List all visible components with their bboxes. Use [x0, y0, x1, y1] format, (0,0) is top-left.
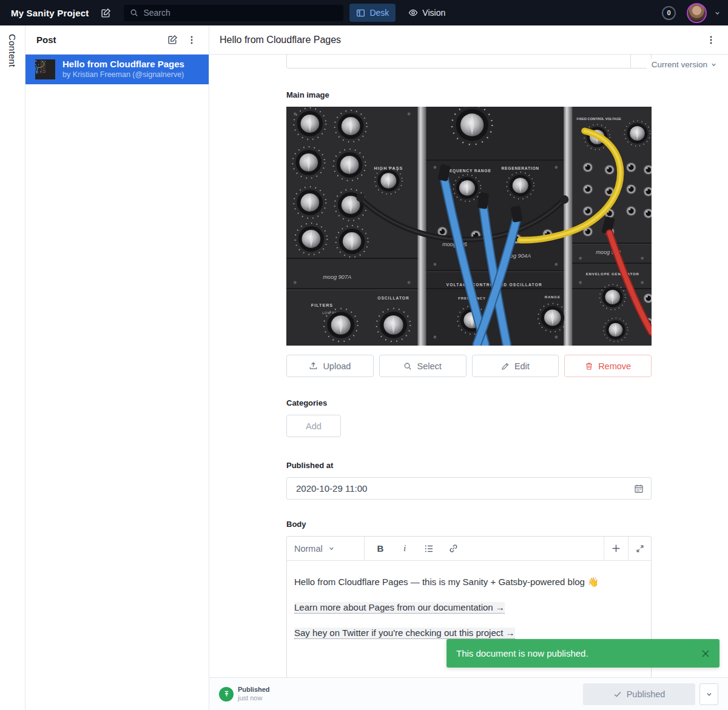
publish-toast: This document is now published.: [447, 639, 720, 668]
upload-button[interactable]: Upload: [286, 355, 374, 377]
document-scroll-area: Current version Main image: [209, 55, 728, 677]
desk-icon: [356, 8, 365, 18]
search-icon: [130, 8, 138, 17]
pencil-icon: [501, 362, 510, 370]
bullet-list-button[interactable]: [417, 537, 441, 560]
chevron-down-icon: [328, 545, 357, 552]
text-style-value: Normal: [294, 544, 323, 554]
tab-desk[interactable]: Desk: [349, 4, 396, 22]
avatar[interactable]: [687, 3, 707, 23]
main-image-label: Main image: [286, 90, 652, 99]
compose-button[interactable]: [97, 4, 114, 21]
edit-button-label: Edit: [514, 361, 530, 371]
main-image-preview: [286, 107, 652, 346]
version-label: Current version: [652, 60, 707, 69]
expand-icon: [636, 544, 644, 553]
version-selector[interactable]: Current version: [647, 59, 718, 70]
chevron-down-icon: [710, 61, 717, 68]
calendar-icon[interactable]: [634, 484, 644, 494]
tab-vision-label: Vision: [422, 8, 445, 18]
kebab-menu-icon: [187, 35, 197, 45]
published-at-label: Published at: [286, 461, 652, 470]
toast-message: This document is now published.: [456, 648, 700, 658]
document-header: Hello from Cloudflare Pages: [209, 25, 728, 55]
post-thumbnail: [35, 59, 55, 79]
bold-button[interactable]: B: [368, 537, 393, 560]
tab-vision[interactable]: Vision: [402, 4, 452, 22]
publish-status: Published just now: [219, 686, 270, 703]
italic-button[interactable]: i: [393, 537, 417, 560]
categories-label: Categories: [286, 398, 652, 407]
compose-icon: [101, 8, 111, 18]
select-button-label: Select: [417, 361, 441, 371]
trash-icon: [585, 362, 593, 370]
insert-block-button[interactable]: [604, 537, 628, 560]
publish-button[interactable]: Published: [583, 683, 695, 705]
search-icon: [403, 362, 412, 370]
eye-icon: [408, 8, 418, 18]
search-bar[interactable]: [124, 5, 343, 21]
check-icon: [613, 690, 622, 698]
new-document-button[interactable]: [163, 30, 182, 50]
add-category-button[interactable]: Add: [286, 415, 341, 437]
post-list-pane: Post: [25, 25, 209, 710]
published-status-icon: [219, 687, 234, 702]
tab-desk-label: Desk: [369, 8, 389, 18]
content-rail-label[interactable]: Content: [7, 34, 18, 710]
project-title: My Sanity Project: [11, 8, 89, 18]
upload-button-label: Upload: [323, 361, 351, 371]
editor-toolbar: Normal B i: [287, 537, 651, 561]
post-list-header: Post: [25, 25, 209, 55]
published-at-field: [286, 477, 652, 500]
post-list-title: Post: [36, 35, 163, 45]
top-bar: My Sanity Project Desk: [0, 0, 728, 25]
user-menu-chevron-icon[interactable]: [714, 10, 721, 16]
compose-icon: [167, 35, 178, 45]
search-input[interactable]: [143, 8, 337, 18]
list-item-post[interactable]: Hello from Cloudflare Pages by Kristian …: [25, 55, 209, 84]
list-item-subtitle: by Kristian Freeman (@signalnerve): [62, 70, 184, 79]
body-editor-content[interactable]: Hello from Cloudflare Pages — this is my…: [287, 561, 651, 652]
content-rail: Content: [0, 25, 25, 710]
slug-field[interactable]: [286, 55, 652, 69]
link-icon: [449, 544, 458, 553]
body-link-docs[interactable]: Learn more about Pages from our document…: [294, 602, 505, 614]
remove-button-label: Remove: [598, 361, 631, 371]
text-style-select[interactable]: Normal: [287, 537, 365, 560]
link-button[interactable]: [441, 537, 465, 560]
publish-menu-button[interactable]: [699, 683, 718, 705]
notification-badge[interactable]: 0: [662, 6, 676, 20]
document-pane: Hello from Cloudflare Pages Current vers…: [209, 25, 728, 710]
publish-status-time: just now: [238, 694, 270, 703]
close-icon[interactable]: [700, 648, 711, 659]
body-label: Body: [286, 520, 652, 529]
edit-button[interactable]: Edit: [472, 355, 559, 377]
body-link-twitter[interactable]: Say hey on Twitter if you're checking ou…: [294, 628, 515, 639]
plus-icon: [611, 543, 621, 554]
list-item-title: Hello from Cloudflare Pages: [62, 59, 184, 70]
fullscreen-button[interactable]: [628, 537, 651, 560]
document-footer: Published just now Published: [209, 677, 728, 710]
body-paragraph[interactable]: Hello from Cloudflare Pages — this is my…: [294, 575, 644, 588]
publish-status-label: Published: [238, 686, 270, 694]
document-title: Hello from Cloudflare Pages: [220, 35, 701, 45]
document-menu-button[interactable]: [701, 30, 721, 50]
upload-icon: [309, 361, 318, 370]
remove-button[interactable]: Remove: [564, 355, 652, 377]
published-at-input[interactable]: [296, 483, 634, 494]
chevron-down-icon: [706, 691, 713, 698]
bullet-list-icon: [424, 544, 434, 554]
select-button[interactable]: Select: [379, 355, 467, 377]
publish-button-label: Published: [627, 689, 666, 699]
kebab-menu-icon: [706, 35, 716, 45]
post-list-menu-button[interactable]: [182, 30, 201, 50]
